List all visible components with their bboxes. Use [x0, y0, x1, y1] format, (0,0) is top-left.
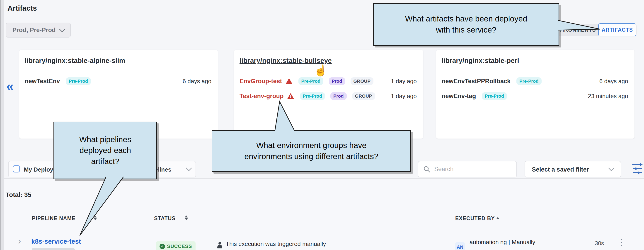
environment-name[interactable]: newEnv-tag [442, 93, 476, 100]
badge-preprod: Pre-Prod [482, 92, 507, 100]
warning-triangle-icon: ! [287, 93, 294, 99]
sort-icon[interactable] [94, 215, 97, 220]
filter-settings-button[interactable] [632, 162, 643, 176]
artifact-title-link[interactable]: library/nginx:stable-alpine-slim [25, 57, 125, 64]
user-icon [217, 242, 222, 249]
execution-duration: 30s [595, 240, 604, 247]
row-menu-dots[interactable]: ⋮ [617, 238, 626, 247]
sort-icon[interactable] [185, 215, 188, 220]
badge-prod: Prod [329, 77, 345, 85]
badge-preprod: Pre-Prod [516, 77, 541, 85]
search-input[interactable] [434, 165, 502, 173]
environment-row[interactable]: newEnv-tagPre-Prod23 minutes ago [436, 91, 634, 101]
sort-ascending-icon[interactable] [496, 217, 500, 219]
pipeline-subtext [32, 248, 75, 250]
warning-triangle-icon: ! [286, 78, 292, 84]
environment-type-value: Prod, Pre-Prod [12, 27, 56, 34]
environment-name[interactable]: newTestEnv [25, 78, 60, 85]
success-check-icon: ✓ [160, 244, 165, 249]
environment-name[interactable]: Test-env-group [240, 93, 284, 100]
chevron-down-icon [608, 165, 614, 171]
badge-group: GROUP [352, 92, 375, 100]
total-count: Total: 35 [6, 191, 31, 198]
executions-section-background [0, 178, 644, 250]
window-edge-inner [1, 0, 4, 250]
environment-type-dropdown[interactable]: Prod, Pre-Prod [6, 23, 71, 37]
deployed-time: 1 day ago [391, 93, 417, 100]
deployed-time: 23 minutes ago [588, 93, 628, 100]
environment-row[interactable]: EnvGroup-test!Pre-ProdProdGROUP1 day ago [234, 76, 423, 86]
callout-env-groups-question: What environment groups haveenvironments… [212, 130, 411, 172]
saved-filter-value: Select a saved filter [532, 166, 589, 173]
search-box [418, 161, 517, 177]
executed-by-text: automation ng | Manually [470, 239, 535, 246]
callout-artifacts-question: What artifacts have been deployedwith th… [373, 3, 559, 46]
carousel-previous-button[interactable]: « [6, 80, 14, 93]
search-icon [423, 166, 430, 173]
deployed-time: 6 days ago [183, 78, 212, 85]
filter-sliders-icon [632, 162, 643, 175]
badge-group: GROUP [350, 77, 374, 85]
column-header-pipeline-name[interactable]: PIPELINE NAME [32, 215, 76, 222]
badge-preprod: Pre-Prod [66, 77, 91, 85]
page-title: Artifacts [8, 4, 37, 12]
column-header-executed-by[interactable]: EXECUTED BY [455, 215, 495, 222]
callout-pipelines-question: What pipelinesdeployed eachartifact? [54, 122, 157, 179]
deployed-time: 1 day ago [391, 78, 417, 85]
view-tabs: ENVIRONMENTS ARTIFACTS [546, 24, 637, 36]
avatar: AN [455, 242, 465, 250]
row-expander-chevron[interactable]: › [18, 237, 21, 246]
badge-prod: Prod [330, 92, 347, 100]
chevron-down-icon [59, 26, 65, 32]
environment-badges: Pre-Prod [516, 77, 541, 85]
chevron-down-icon [186, 165, 192, 171]
column-header-status[interactable]: STATUS [154, 215, 176, 222]
environment-badges: Pre-ProdProdGROUP [300, 92, 375, 100]
artifact-card: library/nginx:stable-bullseye☝EnvGroup-t… [234, 50, 423, 138]
tab-artifacts[interactable]: ARTIFACTS [598, 23, 636, 36]
environment-badges: Pre-Prod [66, 77, 91, 85]
environment-badges: Pre-ProdProdGROUP [298, 77, 374, 85]
environment-badges: Pre-Prod [482, 92, 507, 100]
environment-row[interactable]: Test-env-group!Pre-ProdProdGROUP1 day ag… [234, 91, 423, 101]
environment-row[interactable]: newEnvTestPPRollbackPre-Prod6 days ago [436, 76, 634, 86]
deployed-time: 6 days ago [599, 78, 628, 85]
saved-filter-dropdown[interactable]: Select a saved filter [524, 161, 621, 177]
environment-name[interactable]: EnvGroup-test [240, 78, 282, 85]
artifact-title-link[interactable]: library/nginx:stable-bullseye [240, 57, 332, 64]
pipeline-name-link[interactable]: k8s-service-test [31, 238, 81, 245]
badge-preprod: Pre-Prod [298, 77, 323, 85]
status-label: SUCCESS [167, 244, 192, 249]
artifact-card: library/nginx:stable-perlnewEnvTestPPRol… [436, 50, 634, 138]
trigger-message: This execution was triggered manually [226, 241, 326, 248]
status-badge: ✓ SUCCESS [156, 242, 196, 250]
my-deployments-checkbox[interactable] [13, 165, 20, 172]
artifacts-page: Artifacts Prod, Pre-Prod ENVIRONMENTS AR… [0, 0, 644, 250]
badge-preprod: Pre-Prod [300, 92, 325, 100]
hand-cursor-icon: ☝ [314, 64, 328, 77]
artifact-title-link[interactable]: library/nginx:stable-perl [442, 57, 519, 64]
environment-row[interactable]: newTestEnvPre-Prod6 days ago [19, 76, 218, 86]
environment-name[interactable]: newEnvTestPPRollback [442, 78, 510, 85]
